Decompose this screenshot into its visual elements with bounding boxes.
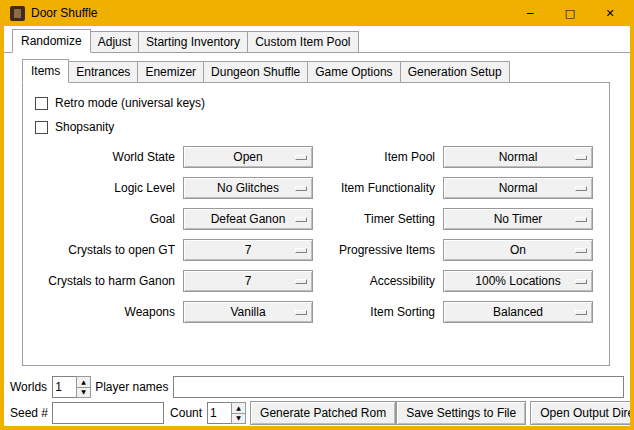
logic-level-dropdown[interactable]: No Glitches bbox=[183, 177, 313, 199]
item-pool-label: Item Pool bbox=[321, 150, 435, 164]
seed-row: Seed # Count ▲ ▼ Generate Patched Rom bbox=[10, 402, 624, 424]
dropdown-value: No Glitches bbox=[217, 181, 279, 195]
tab-randomize[interactable]: Randomize bbox=[12, 29, 91, 53]
accessibility-dropdown[interactable]: 100% Locations bbox=[443, 270, 593, 292]
open-output-directory-button[interactable]: Open Output Directory bbox=[530, 401, 634, 425]
crystals-gt-dropdown[interactable]: 7 bbox=[183, 239, 313, 261]
dropdown-indicator-icon bbox=[295, 310, 307, 315]
dropdown-value: Open bbox=[233, 150, 262, 164]
maximize-button[interactable]: □ bbox=[550, 0, 590, 26]
main-tab-bar: Randomize Adjust Starting Inventory Cust… bbox=[4, 26, 630, 53]
item-sorting-dropdown[interactable]: Balanced bbox=[443, 301, 593, 323]
dropdown-value: No Timer bbox=[494, 212, 543, 226]
shopsanity-row: Shopsanity bbox=[33, 115, 603, 139]
dropdown-indicator-icon bbox=[575, 310, 587, 315]
worlds-spinner-down-button[interactable]: ▼ bbox=[76, 388, 91, 399]
dropdown-indicator-icon bbox=[295, 217, 307, 222]
tab-adjust[interactable]: Adjust bbox=[90, 31, 139, 53]
weapons-label: Weapons bbox=[33, 305, 175, 319]
tab-entrances[interactable]: Entrances bbox=[68, 61, 138, 83]
dropdown-value: Vanilla bbox=[230, 305, 265, 319]
item-functionality-label: Item Functionality bbox=[321, 181, 435, 195]
player-names-label: Player names bbox=[95, 380, 168, 394]
tab-generation-setup[interactable]: Generation Setup bbox=[400, 61, 510, 83]
dropdown-value: Balanced bbox=[493, 305, 543, 319]
weapons-dropdown[interactable]: Vanilla bbox=[183, 301, 313, 323]
retro-mode-row: Retro mode (universal keys) bbox=[33, 91, 603, 115]
tab-enemizer[interactable]: Enemizer bbox=[137, 61, 204, 83]
dropdown-indicator-icon bbox=[575, 155, 587, 160]
timer-setting-dropdown[interactable]: No Timer bbox=[443, 208, 593, 230]
count-input[interactable] bbox=[207, 402, 231, 424]
retro-mode-checkbox[interactable] bbox=[35, 97, 48, 110]
save-settings-button[interactable]: Save Settings to File bbox=[396, 401, 526, 425]
dropdown-indicator-icon bbox=[575, 217, 587, 222]
tab-game-options[interactable]: Game Options bbox=[307, 61, 400, 83]
sub-tab-bar: Items Entrances Enemizer Dungeon Shuffle… bbox=[22, 59, 610, 83]
close-icon: ✕ bbox=[605, 8, 614, 19]
dropdown-value: Normal bbox=[499, 181, 538, 195]
item-functionality-dropdown[interactable]: Normal bbox=[443, 177, 593, 199]
worlds-spinbox: ▲ ▼ bbox=[52, 376, 91, 398]
tab-items[interactable]: Items bbox=[22, 59, 69, 83]
world-state-label: World State bbox=[33, 150, 175, 164]
caption-buttons: ─ □ ✕ bbox=[510, 0, 630, 26]
generate-patched-rom-button[interactable]: Generate Patched Rom bbox=[250, 401, 396, 425]
seed-label: Seed # bbox=[10, 406, 48, 420]
tab-dungeon-shuffle[interactable]: Dungeon Shuffle bbox=[203, 61, 308, 83]
tab-starting-inventory[interactable]: Starting Inventory bbox=[138, 31, 248, 53]
dropdown-value: On bbox=[510, 243, 526, 257]
dropdown-value: 7 bbox=[245, 243, 252, 257]
count-label: Count bbox=[170, 406, 202, 420]
tab-custom-item-pool[interactable]: Custom Item Pool bbox=[247, 31, 358, 53]
dropdown-indicator-icon bbox=[295, 186, 307, 191]
world-state-dropdown[interactable]: Open bbox=[183, 146, 313, 168]
progressive-items-label: Progressive Items bbox=[321, 243, 435, 257]
shopsanity-checkbox[interactable] bbox=[35, 121, 48, 134]
retro-mode-label: Retro mode (universal keys) bbox=[55, 96, 205, 110]
dropdown-indicator-icon bbox=[575, 248, 587, 253]
crystals-ganon-dropdown[interactable]: 7 bbox=[183, 270, 313, 292]
dropdown-value: 7 bbox=[245, 274, 252, 288]
crystals-ganon-label: Crystals to harm Ganon bbox=[33, 274, 175, 288]
worlds-spinner-up-button[interactable]: ▲ bbox=[76, 376, 91, 388]
window: Door Shuffle ─ □ ✕ Randomize Adjust Star… bbox=[0, 0, 634, 430]
minimize-icon: ─ bbox=[527, 8, 534, 19]
client-area: Randomize Adjust Starting Inventory Cust… bbox=[4, 26, 630, 422]
dropdown-indicator-icon bbox=[575, 279, 587, 284]
dropdown-value: 100% Locations bbox=[475, 274, 560, 288]
dropdown-value: Normal bbox=[499, 150, 538, 164]
titlebar[interactable]: Door Shuffle ─ □ ✕ bbox=[4, 0, 630, 26]
app-icon bbox=[10, 6, 25, 21]
goal-label: Goal bbox=[33, 212, 175, 226]
dropdown-indicator-icon bbox=[295, 155, 307, 160]
accessibility-label: Accessibility bbox=[321, 274, 435, 288]
worlds-row: Worlds ▲ ▼ Player names bbox=[10, 376, 624, 398]
item-pool-dropdown[interactable]: Normal bbox=[443, 146, 593, 168]
minimize-button[interactable]: ─ bbox=[510, 0, 550, 26]
count-spinbox: ▲ ▼ bbox=[207, 402, 246, 424]
progressive-items-dropdown[interactable]: On bbox=[443, 239, 593, 261]
dropdown-indicator-icon bbox=[295, 279, 307, 284]
randomize-panel: Items Entrances Enemizer Dungeon Shuffle… bbox=[4, 52, 630, 428]
player-names-input[interactable] bbox=[173, 376, 625, 398]
dropdown-indicator-icon bbox=[575, 186, 587, 191]
window-title: Door Shuffle bbox=[31, 6, 98, 20]
logic-level-label: Logic Level bbox=[33, 181, 175, 195]
dropdown-indicator-icon bbox=[295, 248, 307, 253]
maximize-icon: □ bbox=[565, 8, 575, 19]
bottom-bar: Worlds ▲ ▼ Player names Seed # bbox=[10, 376, 624, 428]
worlds-input[interactable] bbox=[52, 376, 76, 398]
timer-setting-label: Timer Setting bbox=[321, 212, 435, 226]
options-grid: World State Open Item Pool Normal Logic … bbox=[33, 146, 603, 323]
count-spinner-up-button[interactable]: ▲ bbox=[231, 402, 246, 414]
worlds-label: Worlds bbox=[10, 380, 47, 394]
item-sorting-label: Item Sorting bbox=[321, 305, 435, 319]
dropdown-value: Defeat Ganon bbox=[211, 212, 286, 226]
goal-dropdown[interactable]: Defeat Ganon bbox=[183, 208, 313, 230]
close-button[interactable]: ✕ bbox=[590, 0, 630, 26]
count-spinner-down-button[interactable]: ▼ bbox=[231, 414, 246, 425]
seed-input[interactable] bbox=[52, 402, 164, 424]
crystals-gt-label: Crystals to open GT bbox=[33, 243, 175, 257]
shopsanity-label: Shopsanity bbox=[55, 120, 114, 134]
